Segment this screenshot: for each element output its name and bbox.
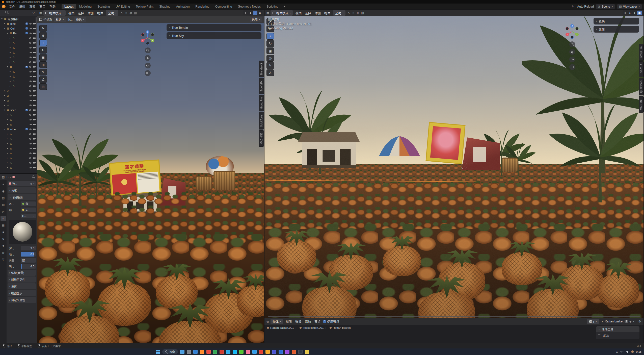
disable-render-icon[interactable] (33, 133, 36, 135)
shading-mode-icon[interactable]: ◉ (258, 11, 262, 15)
hide-eye-icon[interactable] (29, 71, 32, 73)
sidebar-panel-header[interactable]: › True-Sky (167, 32, 261, 39)
include-checkbox[interactable] (25, 128, 28, 130)
hide-eye-icon[interactable] (29, 66, 32, 68)
zoom-icon[interactable] (569, 41, 575, 47)
expand-arrow-icon[interactable]: ▸ (4, 94, 6, 97)
taskbar-app-icon[interactable] (200, 350, 204, 354)
menubar-menu[interactable]: 文件 (7, 5, 17, 9)
taskbar-app-icon[interactable] (213, 350, 217, 354)
world-datablock-row[interactable]: W... ◈ × (8, 181, 36, 186)
taskbar-app-icon[interactable] (246, 350, 250, 354)
outliner-row[interactable]: ▸ △ (0, 93, 37, 98)
hide-eye-icon[interactable] (29, 61, 32, 63)
disable-render-icon[interactable] (33, 75, 36, 78)
expand-arrow-icon[interactable]: ▸ (9, 56, 11, 58)
expand-arrow-icon[interactable]: ▾ (4, 128, 6, 130)
outliner-row[interactable]: ▾ ▦ Coll (0, 26, 37, 31)
tool-add-cube[interactable]: ⊞ (39, 83, 47, 90)
orientation-dropdown[interactable]: 全局 ▾ (333, 10, 345, 16)
n-panel-tab[interactable]: MACHIN3 (639, 96, 643, 113)
outliner-row[interactable]: ▸ △ (0, 103, 37, 108)
scene-selector[interactable]: ◎ Scene × (596, 4, 615, 9)
outliner-row[interactable]: ▸ △ (0, 98, 37, 103)
include-checkbox[interactable] (25, 32, 28, 34)
search[interactable] (5, 11, 9, 14)
disable-render-icon[interactable] (33, 123, 36, 125)
viewport-header-icon[interactable]: ◍ (356, 11, 360, 15)
outliner-row[interactable]: ▸ △ (0, 122, 37, 127)
workspace-tab[interactable]: UV Editing (113, 4, 133, 9)
properties-panel-header[interactable]: › 自定义属性 (8, 297, 36, 303)
disable-render-icon[interactable] (33, 109, 36, 111)
taskbar-app-icon[interactable] (239, 350, 244, 354)
sidebar-panel-header[interactable]: › 变换 (594, 18, 639, 24)
expand-arrow-icon[interactable]: ▸ (4, 104, 6, 106)
hide-eye-icon[interactable] (29, 37, 32, 39)
unlink-datablock-icon[interactable]: × (33, 182, 35, 185)
workspace-tab[interactable]: Shading (156, 4, 173, 9)
outliner-row[interactable]: ▾ ▦ scen (0, 108, 37, 112)
expand-arrow-icon[interactable]: ▸ (6, 118, 9, 121)
viewport-left-canvas[interactable]: 萬字通勝 PETUNJUK DEWA KEWANGAN INDEX TO GOD… (37, 23, 264, 343)
hide-eye-icon[interactable] (29, 85, 32, 87)
viewport-header-icon[interactable]: ∩ (119, 11, 124, 15)
workspace-tab[interactable]: Layout (62, 4, 76, 9)
viewport-menu[interactable]: 选择 (76, 11, 86, 16)
hide-eye-icon[interactable] (29, 119, 32, 121)
ime-indicator[interactable]: 中 (631, 350, 634, 354)
properties-editor-icon[interactable]: ▤ (2, 175, 5, 179)
pin-icon[interactable]: ⊙ (637, 319, 642, 324)
editor[interactable] (2, 11, 5, 14)
shading-mode-icon[interactable]: ● (248, 11, 253, 15)
workspace-tab[interactable]: Modeling (76, 4, 94, 9)
shading-mode-icon[interactable]: ◐ (632, 11, 637, 15)
taskbar-app-icon[interactable] (265, 350, 270, 354)
tool-rotate[interactable]: ↻ (39, 47, 47, 54)
turbidity-slider[interactable]: 9.0 (21, 246, 36, 250)
disable-render-icon[interactable] (33, 94, 36, 97)
expand-arrow-icon[interactable]: ▸ (6, 123, 9, 125)
options-dropdown[interactable]: 选项 ▾ (250, 17, 262, 22)
editor-type-icon[interactable]: ▦ (39, 11, 42, 15)
filter[interactable] (9, 11, 12, 14)
hide-eye-icon[interactable] (29, 56, 32, 58)
n-panel-tab[interactable]: QuickTools (639, 78, 643, 95)
disable-render-icon[interactable] (33, 104, 36, 106)
outliner-row[interactable]: ▸ △ (0, 112, 37, 117)
shader-menu[interactable]: 视图 (284, 320, 293, 324)
blender-menu-icon[interactable] (2, 5, 6, 8)
tool-measure[interactable]: ∠ (39, 76, 47, 83)
orientation-dropdown[interactable]: 全局 ▾ (106, 10, 118, 16)
expand-arrow-icon[interactable]: ▸ (6, 133, 9, 135)
hide-eye-icon[interactable] (29, 152, 32, 154)
properties-tab[interactable]: ◐ (1, 216, 6, 221)
tool-transform[interactable]: ◎ (266, 55, 274, 62)
disable-render-icon[interactable] (33, 157, 36, 159)
include-checkbox[interactable] (25, 109, 28, 111)
material-datablock[interactable]: ◐ Rattan basket 2 ◈ × (600, 319, 636, 324)
tool-move[interactable]: + (39, 39, 47, 46)
viewport-menu[interactable]: 物体 (95, 11, 105, 16)
expand-arrow-icon[interactable]: ▾ (6, 32, 9, 34)
viewport-menu[interactable]: 添加 (313, 11, 323, 16)
unlink-scene-icon[interactable]: × (611, 5, 613, 8)
outliner-scrollbar[interactable] (36, 17, 37, 63)
n-panel-tab[interactable]: BlenderKit (259, 61, 264, 77)
taskbar-app-icon[interactable] (285, 350, 289, 354)
expand-arrow-icon[interactable]: ▸ (6, 147, 9, 149)
shader-menu[interactable]: 节点 (313, 320, 322, 324)
expand-arrow-icon[interactable]: ▸ (9, 42, 11, 44)
viewport-header-icon[interactable]: ◍ (128, 11, 133, 15)
viewport-menu[interactable]: 物体 (323, 11, 332, 16)
drag-setting-dropdown[interactable]: 框选 ▾ (74, 17, 86, 22)
properties-tab[interactable]: ▦ (1, 223, 6, 228)
shader-menu[interactable]: 选择 (293, 320, 303, 324)
ground-albedo-slider[interactable]: 0.9 (21, 252, 36, 257)
menubar-menu[interactable]: 渲染 (27, 5, 37, 9)
hide-eye-icon[interactable] (29, 32, 32, 34)
disable-render-icon[interactable] (33, 147, 36, 149)
expand-arrow-icon[interactable]: ▸ (4, 22, 6, 25)
outliner-row[interactable]: ▸ △ (0, 160, 37, 165)
sidebar-panel-header[interactable]: › 属性 (594, 26, 639, 33)
